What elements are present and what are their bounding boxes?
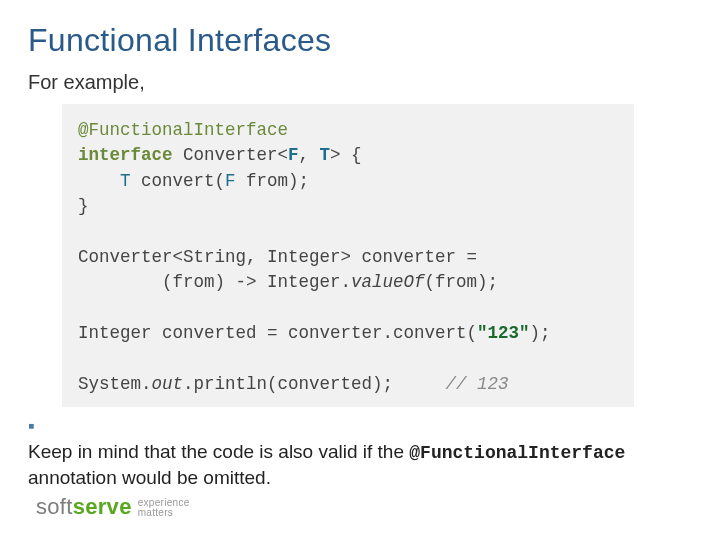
code-text: Integer converted = converter.convert( — [78, 323, 477, 343]
code-keyword: interface — [78, 145, 173, 165]
brand-logo: softserveexperiencematters — [36, 494, 190, 520]
code-block: @FunctionalInterface interface Converter… — [62, 104, 634, 407]
code-generic: T — [120, 171, 131, 191]
code-field: out — [152, 374, 184, 394]
code-comment: // 123 — [446, 374, 509, 394]
code-text: System. — [78, 374, 152, 394]
code-text: convert( — [131, 171, 226, 191]
code-text: Converter<String, Integer> converter = — [78, 247, 477, 267]
code-text: > { — [330, 145, 362, 165]
note-text: annotation would be omitted. — [28, 467, 271, 488]
bullet-icon: ▪ — [28, 413, 38, 439]
code-text: Converter< — [173, 145, 289, 165]
code-text: (from) -> Integer. — [78, 272, 351, 292]
logo-soft: soft — [36, 494, 73, 519]
code-generic: F — [288, 145, 299, 165]
code-text: , — [299, 145, 320, 165]
intro-text: For example, — [28, 71, 692, 94]
footnote: ▪Keep in mind that the code is also vali… — [28, 413, 692, 491]
code-text — [78, 171, 120, 191]
code-text: } — [78, 196, 89, 216]
code-generic: T — [320, 145, 331, 165]
code-text: from); — [236, 171, 310, 191]
code-method: valueOf — [351, 272, 425, 292]
code-annotation: @FunctionalInterface — [78, 120, 288, 140]
note-text: Keep in mind that the code is also valid… — [28, 441, 409, 462]
code-generic: F — [225, 171, 236, 191]
slide-title: Functional Interfaces — [28, 22, 692, 59]
note-code: @FunctionalInterface — [409, 443, 625, 463]
code-text: .println(converted); — [183, 374, 446, 394]
code-string: "123" — [477, 323, 530, 343]
code-text: ); — [530, 323, 551, 343]
code-text: (from); — [425, 272, 499, 292]
logo-tagline: experiencematters — [138, 498, 190, 519]
logo-serve: serve — [73, 494, 132, 519]
